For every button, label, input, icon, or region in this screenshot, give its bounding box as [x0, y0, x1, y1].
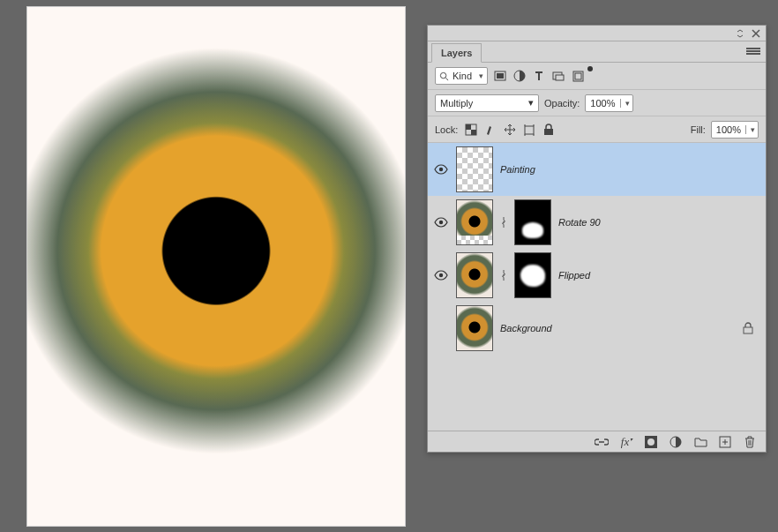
add-adjustment-icon[interactable] — [669, 435, 683, 449]
link-layers-icon[interactable] — [595, 435, 609, 449]
filter-type-icon[interactable] — [532, 69, 546, 83]
layer-row[interactable]: Flipped — [428, 249, 766, 302]
visibility-toggle[interactable] — [433, 163, 449, 176]
filter-adjustment-icon[interactable] — [512, 69, 527, 83]
fill-input[interactable]: 100% ▾ — [711, 121, 759, 139]
layer-row[interactable]: Background — [428, 302, 766, 355]
svg-rect-19 — [744, 327, 752, 333]
chevron-down-icon[interactable]: ▾ — [745, 125, 758, 134]
svg-rect-12 — [544, 129, 553, 135]
layer-filter-row: Kind ▾ — [428, 63, 766, 90]
svg-rect-9 — [466, 124, 471, 130]
layer-thumbnail[interactable] — [456, 305, 493, 351]
add-mask-icon[interactable] — [644, 435, 658, 449]
svg-rect-7 — [575, 73, 581, 79]
lock-artboard-icon[interactable] — [521, 122, 537, 138]
layer-name[interactable]: Painting — [500, 164, 535, 175]
blend-mode-select[interactable]: Multiply ▾ — [435, 94, 539, 112]
lock-pixels-icon[interactable] — [483, 122, 498, 138]
svg-rect-5 — [556, 75, 564, 80]
svg-point-13 — [439, 168, 443, 171]
layer-row[interactable]: Painting — [428, 143, 766, 196]
new-group-icon[interactable] — [693, 435, 707, 449]
layer-thumbnail[interactable] — [456, 252, 493, 298]
panel-tabbar: Layers — [428, 41, 766, 63]
opacity-input[interactable]: 100% ▾ — [585, 94, 632, 112]
panel-footer: fx▾ — [428, 431, 766, 452]
lock-position-icon[interactable] — [502, 122, 518, 138]
svg-rect-2 — [497, 73, 504, 79]
lock-transparency-icon[interactable] — [463, 122, 479, 138]
filter-kind-label: Kind — [451, 71, 477, 81]
blend-row: Multiply ▾ Opacity: 100% ▾ — [428, 90, 766, 116]
svg-point-17 — [503, 274, 505, 276]
panel-menu-icon[interactable] — [746, 45, 760, 57]
mask-thumbnail[interactable] — [514, 252, 551, 298]
layer-name[interactable]: Rotate 90 — [558, 217, 601, 228]
svg-point-14 — [439, 221, 443, 224]
panel-titlebar — [428, 26, 766, 41]
layer-row[interactable]: Rotate 90 — [428, 196, 766, 249]
chevron-down-icon[interactable]: ▾ — [620, 99, 632, 108]
opacity-value: 100% — [586, 98, 619, 109]
svg-point-15 — [503, 221, 505, 223]
collapse-icon[interactable] — [736, 29, 744, 38]
new-layer-icon[interactable] — [718, 435, 732, 449]
mask-link-icon[interactable] — [500, 216, 507, 229]
filter-kind-select[interactable]: Kind ▾ — [435, 67, 488, 85]
lock-row: Lock: Fill: 100% ▾ — [428, 116, 766, 143]
filter-shape-icon[interactable] — [551, 69, 565, 83]
filter-toggle-dot[interactable] — [587, 66, 593, 71]
lock-label: Lock: — [435, 124, 458, 135]
search-icon — [439, 71, 449, 81]
tab-layers[interactable]: Layers — [431, 43, 482, 63]
svg-point-21 — [647, 438, 655, 446]
visibility-toggle[interactable] — [433, 216, 449, 229]
opacity-label: Opacity: — [544, 98, 580, 109]
layer-name[interactable]: Background — [500, 323, 552, 333]
blend-mode-value: Multiply — [440, 98, 473, 109]
chevron-down-icon: ▾ — [528, 97, 534, 109]
svg-rect-10 — [471, 130, 476, 135]
filter-pixel-icon[interactable] — [493, 69, 507, 83]
chevron-down-icon: ▾ — [479, 71, 483, 80]
mask-thumbnail[interactable] — [514, 199, 551, 245]
delete-layer-icon[interactable] — [743, 435, 757, 449]
layer-effects-icon[interactable]: fx▾ — [619, 435, 633, 449]
filter-smartobject-icon[interactable] — [571, 69, 585, 83]
lock-icons — [463, 122, 557, 138]
close-icon[interactable] — [752, 29, 760, 38]
fill-value: 100% — [712, 124, 745, 135]
mask-link-icon[interactable] — [500, 269, 507, 281]
layer-thumbnail[interactable] — [456, 146, 493, 192]
svg-point-0 — [440, 72, 445, 78]
svg-rect-11 — [525, 126, 534, 134]
canvas-image — [27, 7, 405, 526]
layers-panel: Layers Kind ▾ Multiply — [427, 25, 767, 453]
layer-thumbnail[interactable] — [456, 199, 493, 245]
layer-lock-icon[interactable] — [743, 322, 753, 334]
layer-name[interactable]: Flipped — [558, 270, 590, 281]
fill-label: Fill: — [691, 124, 706, 135]
svg-point-16 — [439, 273, 443, 277]
layers-list: PaintingRotate 90FlippedBackground — [428, 143, 766, 431]
visibility-toggle[interactable] — [433, 269, 449, 281]
lock-all-icon[interactable] — [541, 122, 557, 138]
document-canvas[interactable] — [26, 6, 406, 527]
